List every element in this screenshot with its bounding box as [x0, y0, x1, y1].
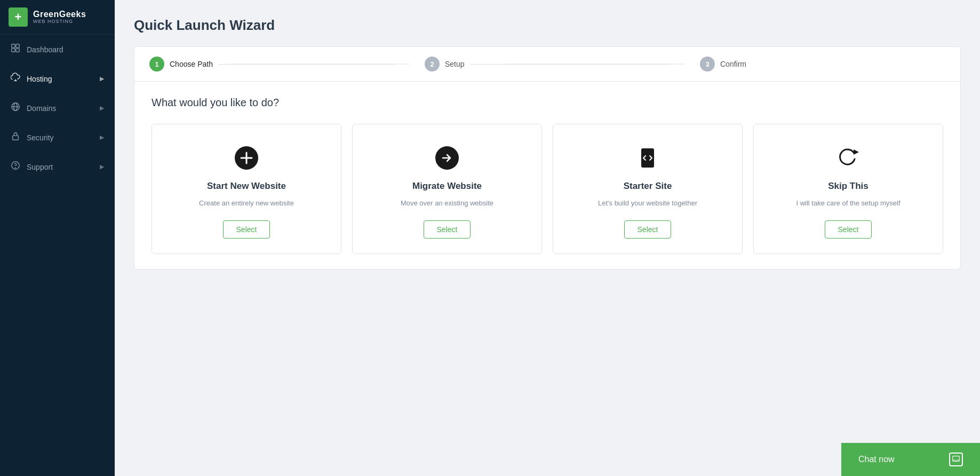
- steps-bar: 1Choose Path2Setup3Confirm: [134, 47, 960, 82]
- option-card-start-new[interactable]: Start New WebsiteCreate an entirely new …: [152, 124, 341, 254]
- wizard-content: What would you like to do? Start New Web…: [134, 82, 960, 269]
- svg-rect-9: [13, 136, 19, 140]
- option-desc-skip: I will take care of the setup myself: [796, 198, 900, 209]
- support-nav-arrow: ▶: [100, 163, 104, 170]
- option-desc-start-new: Create an entirely new website: [199, 198, 294, 209]
- security-nav-icon: [11, 131, 20, 144]
- sidebar-item-security[interactable]: Security▶: [0, 123, 115, 152]
- svg-point-11: [15, 168, 16, 168]
- nav-list: DashboardHosting▶Domains▶Security▶Suppor…: [0, 35, 115, 181]
- sidebar-item-dashboard[interactable]: Dashboard: [0, 35, 115, 64]
- sidebar-item-hosting[interactable]: Hosting▶: [0, 64, 115, 93]
- wizard-step-2: 2Setup: [410, 47, 685, 81]
- hosting-nav-arrow: ▶: [100, 75, 104, 82]
- dashboard-nav-label: Dashboard: [27, 45, 63, 54]
- svg-rect-3: [16, 49, 19, 52]
- security-nav-label: Security: [27, 133, 54, 142]
- logo-area[interactable]: + GreenGeeks WEB HOSTING: [0, 0, 115, 35]
- option-desc-starter-site: Let's build your website together: [598, 198, 697, 209]
- brand-subtitle: WEB HOSTING: [33, 19, 86, 25]
- step-label-1: Choose Path: [170, 60, 213, 68]
- security-nav-arrow: ▶: [100, 134, 104, 141]
- step-label-2: Setup: [445, 60, 465, 68]
- option-select-btn-skip[interactable]: Select: [825, 220, 872, 239]
- step-number-2: 2: [425, 57, 440, 72]
- svg-rect-0: [12, 44, 15, 47]
- step-connector-1: [218, 64, 395, 65]
- sidebar: + GreenGeeks WEB HOSTING DashboardHostin…: [0, 0, 115, 476]
- option-title-migrate: Migrate Website: [412, 181, 482, 192]
- option-icon-start-new: [232, 144, 261, 172]
- step-number-3: 3: [700, 57, 715, 72]
- page-title: Quick Launch Wizard: [134, 17, 961, 34]
- option-icon-migrate: [433, 144, 461, 172]
- hosting-nav-icon: [11, 73, 20, 85]
- option-title-start-new: Start New Website: [207, 181, 286, 192]
- support-nav-label: Support: [27, 163, 53, 171]
- wizard-step-3: 3Confirm: [685, 47, 960, 81]
- option-card-starter-site[interactable]: Starter SiteLet's build your website tog…: [553, 124, 743, 254]
- sidebar-item-support[interactable]: Support▶: [0, 152, 115, 181]
- wizard-card: 1Choose Path2Setup3Confirm What would yo…: [134, 46, 961, 269]
- dashboard-nav-icon: [11, 43, 20, 55]
- chat-now-label: Chat now: [858, 455, 895, 464]
- domains-nav-label: Domains: [27, 104, 56, 113]
- domains-nav-arrow: ▶: [100, 105, 104, 112]
- step-number-1: 1: [149, 57, 164, 72]
- step-connector-2: [470, 64, 670, 65]
- option-title-skip: Skip This: [828, 181, 869, 192]
- brand-name: GreenGeeks: [33, 10, 86, 19]
- main-content: Quick Launch Wizard 1Choose Path2Setup3C…: [115, 0, 980, 476]
- svg-rect-2: [12, 49, 15, 52]
- svg-marker-17: [854, 149, 859, 155]
- chat-icon: [949, 453, 963, 466]
- option-card-migrate[interactable]: Migrate WebsiteMove over an existing web…: [352, 124, 542, 254]
- option-select-btn-start-new[interactable]: Select: [223, 220, 270, 239]
- sidebar-item-domains[interactable]: Domains▶: [0, 93, 115, 123]
- option-title-starter-site: Starter Site: [624, 181, 672, 192]
- options-grid: Start New WebsiteCreate an entirely new …: [152, 124, 943, 254]
- svg-rect-1: [16, 44, 19, 47]
- hosting-nav-label: Hosting: [27, 75, 52, 83]
- logo-icon: +: [9, 7, 28, 27]
- logo-text: GreenGeeks WEB HOSTING: [33, 10, 86, 24]
- support-nav-icon: [11, 161, 20, 173]
- domains-nav-icon: [11, 102, 20, 114]
- wizard-step-1: 1Choose Path: [134, 47, 410, 81]
- step-label-3: Confirm: [720, 60, 746, 68]
- option-icon-starter-site: [633, 144, 662, 172]
- option-select-btn-starter-site[interactable]: Select: [624, 220, 672, 239]
- chat-now-button[interactable]: Chat now: [841, 443, 980, 476]
- option-select-btn-migrate[interactable]: Select: [424, 220, 471, 239]
- option-card-skip[interactable]: Skip ThisI will take care of the setup m…: [753, 124, 943, 254]
- option-desc-migrate: Move over an existing website: [401, 198, 493, 209]
- wizard-question: What would you like to do?: [152, 97, 943, 109]
- option-icon-skip: [834, 144, 863, 172]
